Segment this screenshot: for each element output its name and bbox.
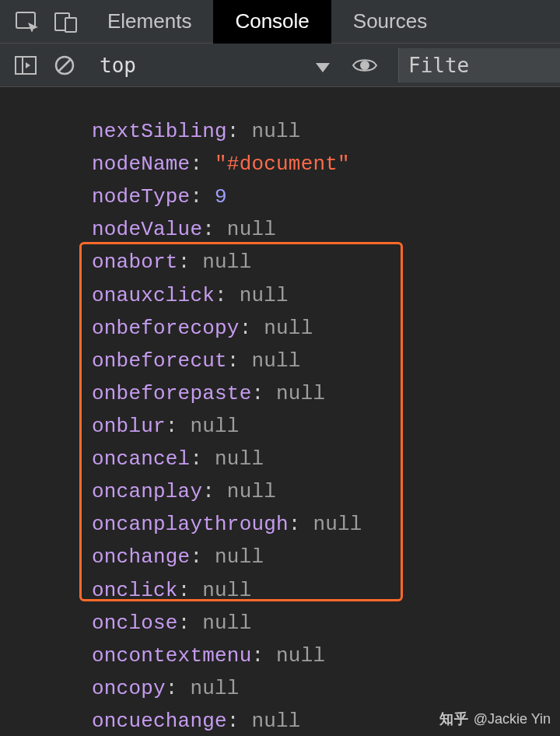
colon: :: [178, 251, 203, 274]
devtools-tabs: Elements Console Sources: [86, 0, 560, 44]
console-object-properties: nextSibling: nullnodeName: "#document"no…: [0, 87, 560, 736]
colon: :: [202, 218, 227, 241]
watermark: 知乎 @Jackie Yin: [439, 710, 551, 728]
watermark-author: @Jackie Yin: [474, 711, 551, 727]
property-key: oncontextmenu: [92, 644, 251, 668]
context-label: top: [100, 54, 136, 77]
colon: :: [227, 120, 252, 143]
property-value: null: [190, 415, 239, 438]
property-key: oncopy: [92, 677, 166, 700]
tab-sources[interactable]: Sources: [331, 0, 449, 44]
console-filter-input[interactable]: Filte: [398, 48, 560, 82]
property-value: null: [240, 284, 289, 307]
object-property-row[interactable]: onbeforecut: null: [92, 345, 560, 377]
colon: :: [251, 644, 276, 668]
property-key: onchange: [92, 545, 190, 569]
colon: :: [190, 545, 215, 569]
colon: :: [190, 185, 215, 209]
colon: :: [240, 317, 264, 340]
tab-console[interactable]: Console: [213, 0, 331, 44]
object-property-row[interactable]: onchange: null: [92, 541, 560, 573]
inspect-element-icon[interactable]: [8, 0, 47, 44]
object-property-row[interactable]: onabort: null: [92, 246, 560, 279]
object-property-row[interactable]: oncontextmenu: null: [92, 640, 560, 672]
property-key: onblur: [92, 415, 166, 438]
devtools-main-toolbar: Elements Console Sources: [0, 0, 560, 44]
device-toolbar-icon[interactable]: [47, 0, 86, 44]
colon: :: [190, 152, 215, 176]
property-key: onabort: [92, 251, 178, 274]
property-value: null: [264, 317, 313, 340]
property-value: null: [202, 251, 251, 274]
object-property-row[interactable]: nodeName: "#document": [92, 148, 560, 180]
property-value: null: [276, 644, 325, 668]
live-expression-icon[interactable]: [345, 44, 384, 87]
clear-console-icon[interactable]: [45, 44, 84, 87]
tab-elements[interactable]: Elements: [86, 0, 213, 44]
property-value: null: [202, 612, 251, 635]
property-key: oncuechange: [92, 710, 227, 733]
console-toolbar: top Filte: [0, 44, 560, 87]
object-property-row[interactable]: nodeType: 9: [92, 180, 560, 213]
property-key: nodeValue: [92, 218, 202, 241]
property-key: oncanplaythrough: [92, 513, 289, 536]
show-console-sidebar-icon[interactable]: [6, 44, 45, 87]
property-value: null: [215, 447, 264, 471]
colon: :: [227, 349, 252, 373]
property-value: null: [251, 710, 300, 733]
property-value: null: [251, 120, 300, 143]
svg-point-9: [361, 61, 369, 69]
object-property-row[interactable]: nodeValue: null: [92, 213, 560, 246]
object-property-row[interactable]: oncancel: null: [92, 443, 560, 475]
property-value: "#document": [215, 152, 350, 176]
object-property-row[interactable]: oncanplay: null: [92, 475, 560, 508]
property-key: onclose: [92, 612, 178, 635]
colon: :: [289, 513, 313, 536]
property-value: null: [202, 579, 251, 602]
svg-marker-5: [26, 62, 30, 68]
property-value: null: [276, 382, 325, 405]
object-property-row[interactable]: onauxclick: null: [92, 279, 560, 312]
property-key: nodeName: [92, 152, 190, 176]
property-value: null: [227, 480, 276, 503]
colon: :: [178, 579, 203, 602]
colon: :: [190, 447, 215, 471]
object-property-row[interactable]: onclose: null: [92, 607, 560, 640]
colon: :: [178, 612, 203, 635]
colon: :: [215, 284, 240, 307]
colon: :: [166, 415, 191, 438]
object-property-row[interactable]: onbeforecopy: null: [92, 312, 560, 345]
svg-line-7: [58, 59, 71, 72]
property-key: onauxclick: [92, 284, 215, 307]
object-property-row[interactable]: oncopy: null: [92, 672, 560, 705]
property-key: nodeType: [92, 185, 190, 209]
property-value: null: [251, 349, 300, 373]
object-property-row[interactable]: oncanplaythrough: null: [92, 508, 560, 541]
colon: :: [166, 677, 191, 700]
svg-marker-8: [316, 63, 330, 72]
object-property-row[interactable]: nextSibling: null: [92, 115, 560, 148]
colon: :: [227, 710, 252, 733]
object-property-row[interactable]: onclick: null: [92, 574, 560, 607]
property-key: onclick: [92, 579, 178, 602]
property-key: oncancel: [92, 447, 190, 471]
property-key: onbeforecut: [92, 349, 227, 373]
watermark-brand: 知乎: [439, 710, 469, 728]
property-value: null: [190, 677, 239, 700]
execution-context-selector[interactable]: top: [84, 44, 341, 87]
colon: :: [202, 480, 227, 503]
object-property-row[interactable]: onblur: null: [92, 410, 560, 443]
property-value: null: [215, 545, 264, 569]
property-key: onbeforecopy: [92, 317, 240, 340]
property-value: 9: [215, 185, 227, 209]
filter-placeholder: Filte: [408, 54, 469, 77]
property-key: onbeforepaste: [92, 382, 251, 405]
property-key: oncanplay: [92, 480, 202, 503]
property-value: null: [313, 513, 362, 536]
colon: :: [251, 382, 276, 405]
chevron-down-icon: [316, 54, 330, 77]
object-property-row[interactable]: onbeforepaste: null: [92, 377, 560, 410]
property-value: null: [227, 218, 276, 241]
property-key: nextSibling: [92, 120, 227, 143]
svg-rect-2: [65, 18, 76, 32]
